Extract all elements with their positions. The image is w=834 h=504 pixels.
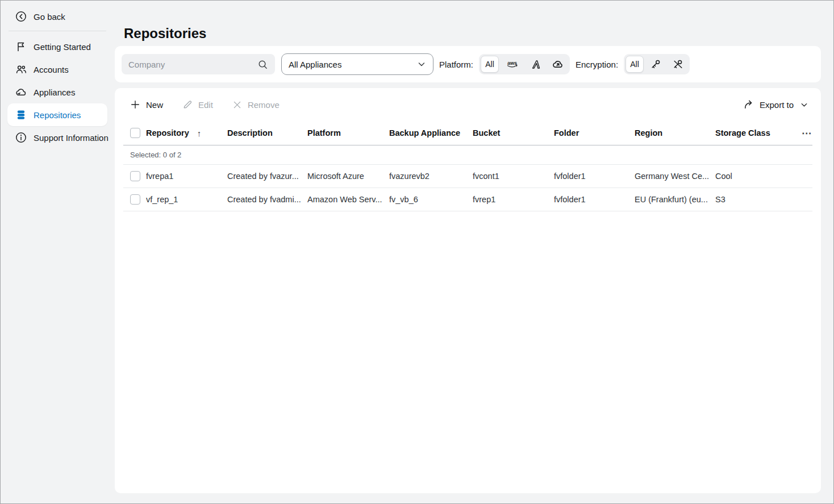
cell-backup-appliance: fv_vb_6 [389, 195, 473, 204]
export-arrow-icon [743, 99, 754, 110]
encryption-filter-group: All [624, 54, 690, 74]
company-search-box[interactable] [122, 54, 275, 74]
column-header-label: Storage Class [715, 128, 770, 138]
cloud-icon [552, 59, 564, 70]
cell-description: Created by fvadmi... [227, 195, 307, 204]
column-header-label: Platform [307, 128, 341, 138]
cell-repository: fvrepa1 [146, 172, 227, 181]
cell-folder: fvfolder1 [554, 195, 635, 204]
sidebar-item-repositories[interactable]: Repositories [7, 103, 107, 126]
encryption-encrypted-button[interactable] [645, 56, 666, 73]
column-header-label: Folder [554, 128, 579, 138]
svg-text:aws: aws [507, 60, 517, 66]
database-icon [15, 109, 27, 120]
search-icon[interactable] [257, 59, 268, 70]
cell-description: Created by fvazur... [227, 172, 307, 181]
app-window: Go back Getting Started Accounts Applian… [0, 0, 834, 504]
row-checkbox[interactable] [130, 194, 140, 205]
sidebar-item-label: Support Information [34, 133, 109, 143]
platform-filter-group: All aws [479, 54, 570, 74]
go-back-button[interactable]: Go back [1, 4, 114, 29]
appliances-dropdown-value: All Appliances [289, 60, 341, 69]
cell-region: Germany West Ce... [635, 172, 715, 181]
flag-icon [15, 41, 27, 52]
sort-asc-icon[interactable]: ↑ [197, 128, 202, 138]
aws-icon: aws [505, 59, 520, 69]
select-all-cell [123, 128, 146, 138]
table-row[interactable]: vf_rep_1 Created by fvadmi... Amazon Web… [123, 188, 812, 211]
column-header-repository[interactable]: Repository ↑ [146, 128, 227, 138]
appliances-dropdown[interactable]: All Appliances [281, 53, 433, 75]
toolbar: New Edit Remove [115, 88, 821, 121]
pencil-icon [182, 99, 193, 110]
export-to-label: Export to [760, 100, 794, 110]
encryption-filter-label: Encryption: [576, 60, 618, 69]
sidebar-divider [9, 31, 106, 31]
column-header-label: Backup Appliance [389, 128, 460, 138]
column-header-storage-class[interactable]: Storage Class [715, 128, 790, 138]
cell-folder: fvfolder1 [554, 172, 635, 181]
platform-cloud-button[interactable] [548, 56, 568, 73]
selection-summary: Selected: 0 of 2 [130, 151, 181, 159]
cell-storage-class: Cool [715, 172, 790, 181]
key-off-icon [672, 59, 683, 70]
selection-summary-row: Selected: 0 of 2 [123, 145, 812, 165]
sidebar-item-accounts[interactable]: Accounts [1, 58, 114, 81]
platform-all-label: All [485, 60, 494, 69]
company-search-input[interactable] [128, 60, 257, 69]
go-back-icon [15, 11, 27, 22]
chevron-down-icon [417, 60, 426, 69]
cell-platform: Microsoft Azure [307, 172, 389, 181]
sidebar-item-label: Repositories [34, 110, 81, 120]
row-checkbox[interactable] [130, 171, 140, 181]
filter-bar: All Appliances Platform: All aws [115, 46, 821, 82]
cell-backup-appliance: fvazurevb2 [389, 172, 473, 181]
encryption-unencrypted-button[interactable] [668, 56, 688, 73]
column-header-label: Repository [146, 128, 189, 138]
new-button[interactable]: New [130, 99, 163, 110]
new-button-label: New [146, 100, 163, 110]
table-header-row: Repository ↑ Description Platform Backup… [123, 121, 812, 145]
cell-bucket: fvrep1 [473, 195, 554, 204]
column-header-platform[interactable]: Platform [307, 128, 389, 138]
column-header-region[interactable]: Region [635, 128, 715, 138]
encryption-all-button[interactable]: All [626, 56, 644, 73]
platform-aws-button[interactable]: aws [501, 56, 524, 73]
row-select-cell [123, 171, 146, 181]
edit-button[interactable]: Edit [182, 99, 213, 110]
column-header-label: Description [227, 128, 273, 138]
column-settings-button[interactable]: ⋯ [790, 127, 812, 139]
remove-button[interactable]: Remove [232, 100, 280, 110]
column-header-bucket[interactable]: Bucket [473, 128, 554, 138]
remove-button-label: Remove [248, 100, 280, 110]
cell-bucket: fvcont1 [473, 172, 554, 181]
column-header-folder[interactable]: Folder [554, 128, 635, 138]
ellipsis-icon: ⋯ [802, 127, 811, 139]
cell-platform: Amazon Web Serv... [307, 195, 389, 204]
platform-all-button[interactable]: All [481, 56, 499, 73]
column-header-description[interactable]: Description [227, 128, 307, 138]
chevron-down-icon [800, 101, 808, 109]
column-header-label: Region [635, 128, 662, 138]
key-icon [650, 59, 661, 70]
azure-icon [531, 59, 541, 70]
sidebar-item-label: Accounts [34, 65, 69, 74]
go-back-label: Go back [34, 12, 65, 22]
platform-filter-label: Platform: [439, 60, 473, 69]
sidebar-item-label: Getting Started [34, 42, 91, 52]
column-header-backup-appliance[interactable]: Backup Appliance [389, 128, 473, 138]
sidebar-item-support-information[interactable]: Support Information [1, 126, 114, 149]
export-to-button[interactable]: Export to [743, 99, 808, 110]
cell-storage-class: S3 [715, 195, 790, 204]
cell-region: EU (Frankfurt) (eu... [635, 195, 715, 204]
appliance-cloud-icon [15, 86, 27, 98]
info-icon [15, 132, 27, 143]
platform-azure-button[interactable] [526, 56, 546, 73]
sidebar-item-getting-started[interactable]: Getting Started [1, 35, 114, 58]
select-all-checkbox[interactable] [130, 128, 140, 138]
table-row[interactable]: fvrepa1 Created by fvazur... Microsoft A… [123, 165, 812, 188]
sidebar-item-appliances[interactable]: Appliances [1, 81, 114, 103]
encryption-all-label: All [630, 60, 639, 69]
plus-icon [130, 99, 140, 110]
main-content: Repositories All Appliances Platform: Al… [114, 1, 834, 503]
